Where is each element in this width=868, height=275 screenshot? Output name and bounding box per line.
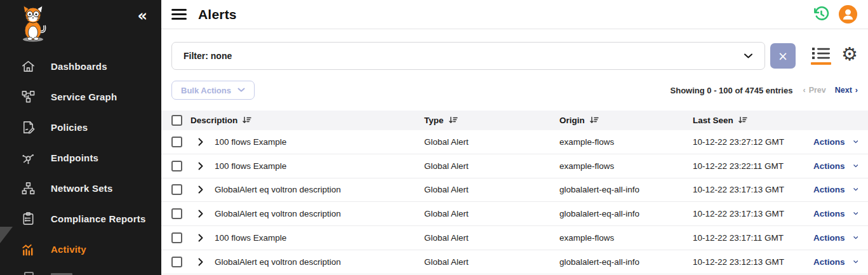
alert-last-seen: 10-12-22 23:17:13 GMT <box>693 209 813 218</box>
alert-type: Global Alert <box>424 137 559 147</box>
sort-descending-icon <box>242 116 251 124</box>
expand-row-icon[interactable] <box>198 210 215 218</box>
actions-menu[interactable]: Actions <box>813 233 858 243</box>
chevron-down-icon <box>853 235 858 241</box>
alerts-table: Description Type Origin Last Seen <box>161 111 868 274</box>
row-checkbox[interactable] <box>171 257 182 267</box>
alert-last-seen: 10-12-22 23:27:12 GMT <box>693 137 813 147</box>
row-checkbox[interactable] <box>171 184 182 195</box>
sidebar-item-label: Dashboards <box>51 61 107 72</box>
sidebar-item-dashboards[interactable]: Dashboards <box>0 51 161 81</box>
pagination-prev[interactable]: ‹ Prev <box>803 86 825 95</box>
sidebar-item-label: Activity <box>51 244 86 255</box>
alert-origin: globalalert-eq-all-info <box>559 257 693 267</box>
table-row: GlobalAlert eq voltron description Globa… <box>161 202 868 226</box>
clear-filter-button[interactable]: × <box>770 43 796 69</box>
row-checkbox[interactable] <box>171 208 182 219</box>
sidebar-item-endpoints[interactable]: Endpoints <box>0 142 161 173</box>
row-checkbox[interactable] <box>171 232 182 243</box>
alert-description: 100 flows Example <box>215 137 424 147</box>
close-icon: × <box>778 50 788 62</box>
sidebar-item-policies[interactable]: Policies <box>0 112 161 142</box>
alert-origin: globalalert-eq-all-info <box>559 209 693 218</box>
network-sets-icon <box>19 180 37 196</box>
hamburger-icon[interactable] <box>171 9 187 20</box>
sidebar-fold-decoration <box>0 227 13 243</box>
sidebar-item-label: Policies <box>51 122 88 133</box>
expand-row-icon[interactable] <box>198 138 215 146</box>
sidebar-item-label: Service Graph <box>51 91 117 102</box>
column-header-description[interactable]: Description <box>190 116 424 125</box>
chevron-down-icon <box>853 139 858 145</box>
sort-descending-icon <box>589 116 599 124</box>
alert-last-seen: 10-12-22 23:22:11 GMT <box>693 161 813 171</box>
toolbar-row: Bulk Actions Showing 0 - 100 of 4745 ent… <box>161 81 868 100</box>
alert-description: GlobalAlert eq voltron description <box>215 209 424 218</box>
home-icon <box>19 58 37 74</box>
expand-row-icon[interactable] <box>198 258 215 266</box>
sidebar-collapse-icon[interactable]: « <box>137 8 147 23</box>
expand-row-icon[interactable] <box>198 162 215 170</box>
sidebar-item-label: Network Sets <box>51 183 112 194</box>
actions-menu[interactable]: Actions <box>813 257 858 267</box>
table-row: 100 flows Example Global Alert example-f… <box>161 154 868 178</box>
sidebar-item-service-graph[interactable]: Service Graph <box>0 81 161 112</box>
row-checkbox[interactable] <box>171 137 182 147</box>
list-view-toggle[interactable] <box>811 47 831 65</box>
alert-origin: example-flows <box>559 233 693 243</box>
sidebar-item-compliance-reports[interactable]: Compliance Reports <box>0 203 161 234</box>
table-header-row: Description Type Origin Last Seen <box>161 111 868 130</box>
select-all-checkbox[interactable] <box>171 115 182 126</box>
policies-icon <box>19 119 37 135</box>
table-row: 100 flows Example Global Alert example-f… <box>161 130 868 154</box>
topbar: Alerts <box>161 0 868 29</box>
table-row: GlobalAlert eq voltron description Globa… <box>161 250 868 274</box>
sidebar: « Dashboards Service Graph Policies <box>0 0 161 275</box>
row-checkbox[interactable] <box>171 161 182 171</box>
actions-menu[interactable]: Actions <box>813 209 858 218</box>
alert-last-seen: 10-12-22 23:12:13 GMT <box>693 257 813 267</box>
user-avatar-icon[interactable] <box>838 4 858 24</box>
compliance-reports-icon <box>19 210 37 227</box>
alert-type: Global Alert <box>424 161 559 171</box>
endpoints-icon <box>19 149 37 166</box>
table-row: GlobalAlert eq voltron description Globa… <box>161 178 868 203</box>
column-header-last-seen[interactable]: Last Seen <box>693 116 813 125</box>
sidebar-item-network-sets[interactable]: Network Sets <box>0 173 161 203</box>
alert-last-seen: 10-12-22 23:17:11 GMT <box>693 233 813 243</box>
main-content: Alerts Filter: none × <box>161 0 868 275</box>
column-header-origin[interactable]: Origin <box>559 116 693 125</box>
chevron-down-icon <box>853 187 858 192</box>
page-title: Alerts <box>198 7 237 22</box>
actions-menu[interactable]: Actions <box>813 161 858 171</box>
expand-row-icon[interactable] <box>198 185 215 194</box>
chevron-right-icon: › <box>855 86 858 95</box>
alert-description: GlobalAlert eq voltron description <box>215 257 424 267</box>
sort-descending-icon <box>448 116 458 124</box>
alert-description: GlobalAlert eq voltron description <box>215 185 424 194</box>
sidebar-item-activity[interactable]: Activity <box>0 234 161 264</box>
sidebar-item-label: Compliance Reports <box>51 213 145 224</box>
alert-origin: example-flows <box>559 161 693 171</box>
filter-dropdown[interactable]: Filter: none <box>171 42 765 70</box>
pagination-next[interactable]: Next › <box>835 86 858 95</box>
service-graph-icon <box>19 88 37 105</box>
settings-gear-icon[interactable]: ⚙ <box>841 45 858 67</box>
sidebar-item-partial <box>0 270 161 275</box>
alert-description: 100 flows Example <box>215 233 424 243</box>
actions-menu[interactable]: Actions <box>813 185 858 194</box>
expand-row-icon[interactable] <box>198 234 215 242</box>
filter-value: Filter: none <box>184 51 232 61</box>
filter-row: Filter: none × ⚙ <box>161 42 868 70</box>
history-icon[interactable] <box>813 6 830 23</box>
chevron-down-icon <box>853 211 858 217</box>
chevron-down-icon <box>744 53 753 59</box>
app-window: « Dashboards Service Graph Policies <box>0 0 868 275</box>
bulk-actions-button[interactable]: Bulk Actions <box>171 81 255 100</box>
bulk-actions-label: Bulk Actions <box>181 86 231 95</box>
chevron-down-icon <box>853 163 858 169</box>
column-header-type[interactable]: Type <box>424 116 559 125</box>
actions-menu[interactable]: Actions <box>813 137 858 147</box>
alert-type: Global Alert <box>424 209 559 218</box>
partial-icon <box>24 272 34 275</box>
